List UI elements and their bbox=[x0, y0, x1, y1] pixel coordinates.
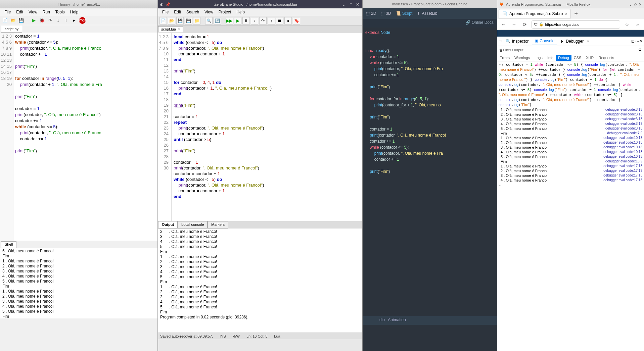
zerobrane-titlebar[interactable]: ◐ 📌 ZeroBrane Studio - /home/franco/tmp/… bbox=[158, 0, 362, 8]
status-lang: Lua bbox=[274, 334, 280, 338]
code-area[interactable]: contador = 1 while (contador <= 5): prin… bbox=[14, 33, 157, 241]
menu-edit[interactable]: Edit bbox=[171, 10, 184, 14]
menu-run[interactable]: Run bbox=[40, 10, 53, 14]
firefox-titlebar[interactable]: 🦊 Aprenda Programação: Su...arcia — Mozi… bbox=[497, 0, 644, 8]
maximize-icon[interactable]: ◇ bbox=[634, 2, 637, 7]
new-tab-button[interactable]: + bbox=[571, 10, 581, 17]
menu-file[interactable]: File bbox=[159, 10, 171, 14]
cat-warnings[interactable]: Warnings bbox=[512, 55, 532, 61]
project-icon[interactable]: 📁 bbox=[193, 17, 200, 24]
menu-help[interactable]: Help bbox=[234, 10, 247, 14]
editor-tab[interactable]: script.lua× bbox=[158, 26, 183, 32]
filter-input[interactable] bbox=[503, 48, 638, 52]
assetlib-button[interactable]: ⬇ AssetLib bbox=[417, 11, 437, 16]
code-area[interactable]: local contador = 1 while (contador <= 5)… bbox=[172, 33, 362, 221]
local-console-tab[interactable]: Local console bbox=[178, 221, 208, 229]
cat-xhr[interactable]: XHR bbox=[584, 55, 596, 61]
save-file-icon[interactable]: 💾 bbox=[18, 17, 25, 24]
menu-view[interactable]: View bbox=[26, 10, 40, 14]
forward-icon[interactable]: → bbox=[510, 20, 518, 29]
minimize-icon[interactable]: ⌄ bbox=[342, 2, 346, 7]
menu-view[interactable]: View bbox=[202, 10, 216, 14]
open-icon[interactable]: 📂 bbox=[168, 17, 175, 24]
debug-icon[interactable]: ▶ bbox=[234, 17, 241, 24]
step-over-icon[interactable]: ↷ bbox=[47, 17, 53, 24]
cat-debug[interactable]: Debug bbox=[556, 55, 571, 61]
cat-errors[interactable]: Errors bbox=[497, 55, 512, 61]
new-file-icon[interactable]: 📄 bbox=[2, 17, 8, 24]
cat-css[interactable]: CSS bbox=[571, 55, 584, 61]
script-view-button[interactable]: 📜 Script bbox=[396, 11, 413, 16]
break-icon[interactable]: ⏸ bbox=[242, 17, 250, 24]
stepout-icon[interactable]: ↑ bbox=[268, 17, 275, 24]
bookmark-icon[interactable]: ☆ bbox=[623, 20, 631, 29]
responsive-icon[interactable]: ▭ bbox=[499, 39, 502, 44]
save-icon[interactable]: 💾 bbox=[176, 17, 184, 24]
more-icon[interactable]: ⋯ bbox=[635, 39, 639, 44]
shield-icon[interactable]: 🛡 bbox=[534, 22, 538, 27]
thonny-editor[interactable]: 1 2 3 4 5 6 7 8 9 10 11 12 13 14 15 16 1… bbox=[0, 33, 157, 241]
shell-tab[interactable]: Shell bbox=[1, 241, 16, 248]
godot-titlebar[interactable]: main.tscn - FrancoGarcia.com - Godot Eng… bbox=[363, 0, 497, 8]
menu-edit[interactable]: Edit bbox=[13, 10, 26, 14]
console-output[interactable]: » ▾ contador = 1 while (contador <= 5) {… bbox=[497, 61, 644, 323]
maximize-icon[interactable]: ⌃ bbox=[349, 2, 353, 7]
thonny-titlebar[interactable]: Thonny - /home/franco/t... bbox=[0, 0, 157, 8]
menu-file[interactable]: File bbox=[2, 10, 13, 14]
2d-view-button[interactable]: ⬚ 2D bbox=[366, 11, 376, 16]
close-icon[interactable]: ✕ bbox=[356, 2, 360, 7]
breakpoint-icon[interactable]: ● bbox=[284, 17, 292, 24]
console-tab[interactable]: ▣ Console bbox=[532, 37, 557, 45]
cat-requests[interactable]: Requests bbox=[596, 55, 616, 61]
menu-help[interactable]: Help bbox=[67, 10, 81, 14]
find-icon[interactable]: 🔍 bbox=[205, 17, 213, 24]
cat-info[interactable]: Info bbox=[545, 55, 556, 61]
markers-tab[interactable]: Markers bbox=[208, 221, 228, 229]
menu-tools[interactable]: Tools bbox=[53, 10, 67, 14]
overflow-icon[interactable]: » bbox=[634, 20, 642, 29]
pin-icon[interactable]: 📌 bbox=[166, 2, 170, 7]
close-icon[interactable]: ✕ bbox=[639, 2, 642, 7]
close-devtools-icon[interactable]: × bbox=[640, 39, 642, 44]
output-tab[interactable]: Output bbox=[158, 221, 178, 229]
dock-icon[interactable]: ⊡ bbox=[631, 39, 635, 44]
debugger-tab[interactable]: ⏵ Debugger bbox=[558, 38, 586, 45]
thonny-shell[interactable]: 5 . Olá, meu nome é Franco! Fim 1 . Olá,… bbox=[0, 248, 157, 318]
new-icon[interactable]: 📄 bbox=[159, 17, 167, 24]
saveall-icon[interactable]: 💾 bbox=[185, 17, 192, 24]
bookmark-icon[interactable]: 🔖 bbox=[293, 17, 300, 24]
url-input[interactable]: 🛡 🔒 https://francogarcia.c bbox=[532, 20, 620, 29]
godot-editor[interactable]: extends Node func _ready(): var contador… bbox=[363, 28, 497, 316]
run-icon[interactable]: ▶▶ bbox=[226, 17, 233, 24]
close-tab-icon[interactable]: × bbox=[178, 27, 180, 31]
stop-icon[interactable]: STOP bbox=[79, 17, 86, 24]
resume-icon[interactable]: ▸ bbox=[71, 17, 78, 24]
cat-logs[interactable]: Logs bbox=[532, 55, 545, 61]
online-docs-link[interactable]: 🔗 Online Docs bbox=[363, 19, 497, 28]
step-icon[interactable]: ↓ bbox=[251, 17, 258, 24]
browser-tab[interactable]: 📄 Aprenda Programação: Subro × bbox=[499, 9, 571, 18]
minimize-icon[interactable]: ⌄ bbox=[629, 2, 632, 7]
step-into-icon[interactable]: ↓ bbox=[55, 17, 61, 24]
open-file-icon[interactable]: 📂 bbox=[10, 17, 16, 24]
godot-bottom-panel[interactable]: dio Animation bbox=[363, 316, 497, 325]
trash-icon[interactable]: 🗑 bbox=[499, 48, 503, 52]
settings-icon[interactable]: ⚙ bbox=[638, 48, 642, 52]
menu-project[interactable]: Project bbox=[216, 10, 234, 14]
back-icon[interactable]: ← bbox=[499, 20, 507, 29]
3d-view-button[interactable]: ⬚ 3D bbox=[381, 11, 391, 16]
close-tab-icon[interactable]: × bbox=[565, 11, 567, 16]
stop-icon[interactable]: ⏹ bbox=[276, 17, 283, 24]
step-out-icon[interactable]: ↑ bbox=[63, 17, 70, 24]
zerobrane-editor[interactable]: 1 2 3 4 5 6 7 8 9 10 11 12 13 14 15 16 1… bbox=[158, 33, 362, 221]
stepover-icon[interactable]: ↷ bbox=[259, 17, 267, 24]
menu-search[interactable]: Search bbox=[184, 10, 202, 14]
debug-icon[interactable]: 🐞 bbox=[39, 17, 45, 24]
overflow-tabs-icon[interactable]: » bbox=[587, 39, 589, 44]
run-icon[interactable]: ▶ bbox=[31, 17, 37, 24]
inspector-tab[interactable]: 🔍 Inspector bbox=[503, 38, 531, 45]
replace-icon[interactable]: 🔄 bbox=[214, 17, 221, 24]
editor-tab[interactable]: script.py bbox=[1, 26, 22, 33]
reload-icon[interactable]: ⟳ bbox=[521, 20, 529, 29]
output-panel[interactable]: 2 . Olá, meu nome é Franco! 3 . Olá, meu… bbox=[158, 229, 362, 333]
